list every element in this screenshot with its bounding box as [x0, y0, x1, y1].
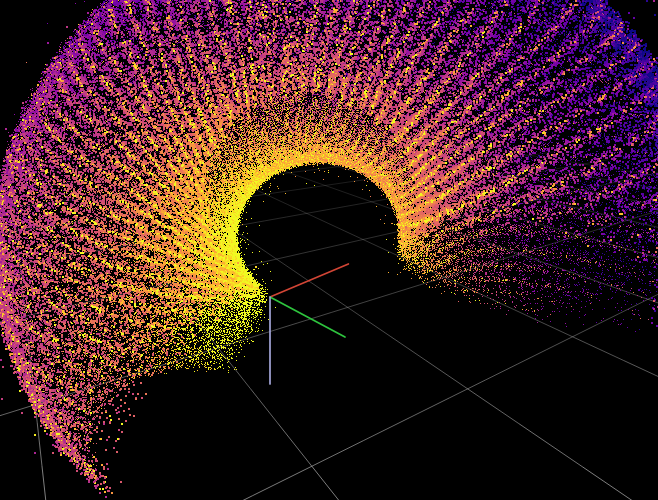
pointcloud-render-canvas[interactable] [0, 0, 658, 500]
pointcloud-viewport[interactable] [0, 0, 658, 500]
